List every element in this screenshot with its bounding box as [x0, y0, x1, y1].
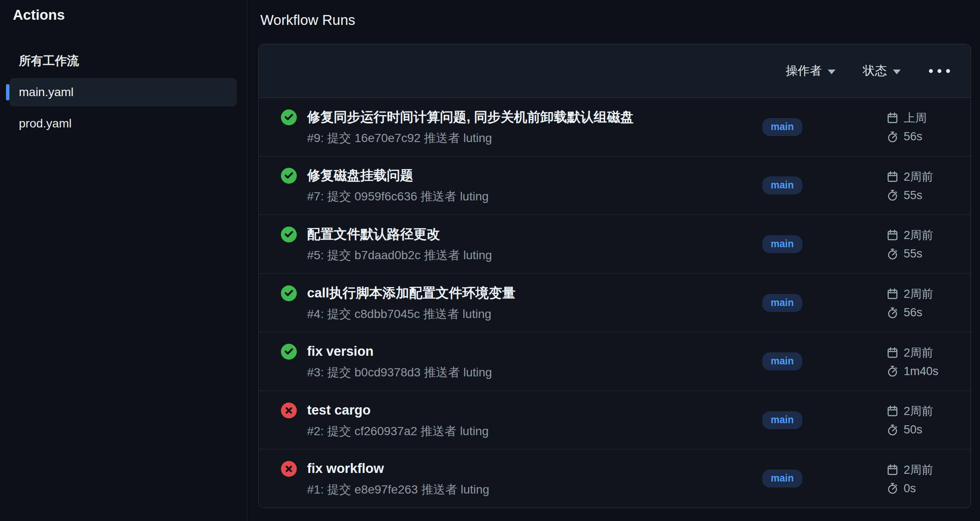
calendar-icon: [887, 288, 899, 300]
workflow-run-row[interactable]: fix workflow #1: 提交 e8e97fe263 推送者 lutin…: [259, 449, 971, 508]
run-date: 2周前: [904, 169, 933, 185]
page-title: Workflow Runs: [260, 12, 355, 28]
branch-badge[interactable]: main: [762, 176, 802, 194]
sidebar-item-prod-yaml[interactable]: prod.yaml: [9, 111, 237, 136]
run-title-link[interactable]: call执行脚本添加配置文件环境变量: [307, 285, 516, 302]
calendar-icon: [887, 112, 899, 124]
run-duration: 56s: [904, 130, 923, 143]
run-date: 2周前: [904, 462, 933, 478]
actor-filter-button[interactable]: 操作者: [786, 63, 835, 79]
branch-badge[interactable]: main: [762, 470, 802, 488]
stopwatch-icon: [887, 307, 899, 319]
run-date: 上周: [904, 110, 927, 126]
run-date: 2周前: [904, 345, 933, 360]
chevron-down-icon: [828, 70, 835, 74]
success-check-icon: [281, 285, 297, 301]
run-title-link[interactable]: 修复磁盘挂载问题: [307, 167, 488, 184]
selected-indicator-bar: [6, 84, 9, 100]
run-duration: 55s: [904, 247, 923, 260]
branch-badge[interactable]: main: [762, 352, 802, 370]
branch-badge[interactable]: main: [762, 411, 802, 429]
run-title-link[interactable]: fix workflow: [307, 460, 489, 477]
run-duration: 0s: [904, 482, 916, 495]
workflow-runs-panel: 操作者 状态: [258, 44, 971, 508]
failure-x-icon: [281, 461, 297, 477]
status-filter-button[interactable]: 状态: [863, 63, 901, 79]
sidebar-item-label: prod.yaml: [19, 117, 72, 130]
branch-badge[interactable]: main: [762, 118, 802, 136]
run-commit-meta: #4: 提交 c8dbb7045c 推送者 luting: [307, 307, 516, 321]
status-filter-label: 状态: [863, 63, 887, 79]
stopwatch-icon: [887, 189, 899, 201]
run-duration: 56s: [904, 306, 923, 319]
sidebar-item-all-workflows[interactable]: 所有工作流: [9, 48, 237, 74]
sidebar-item-main-yaml[interactable]: main.yaml: [9, 78, 237, 106]
calendar-icon: [887, 229, 899, 241]
workflow-run-row[interactable]: 配置文件默认路径更改 #5: 提交 b7daad0b2c 推送者 luting …: [259, 215, 971, 273]
sidebar-item-label: 所有工作流: [19, 53, 79, 69]
kebab-icon: [929, 69, 933, 73]
run-commit-meta: #9: 提交 16e70e7c92 推送者 luting: [307, 131, 633, 145]
workflow-run-row[interactable]: call执行脚本添加配置文件环境变量 #4: 提交 c8dbb7045c 推送者…: [259, 273, 971, 332]
actor-filter-label: 操作者: [786, 63, 822, 79]
run-date: 2周前: [904, 227, 933, 243]
sidebar-item-label: main.yaml: [19, 85, 74, 99]
calendar-icon: [887, 464, 899, 476]
workflow-run-row[interactable]: 修复同步运行时间计算问题, 同步关机前卸载默认组磁盘 #9: 提交 16e70e…: [259, 98, 971, 156]
success-check-icon: [281, 168, 297, 184]
workflow-runs-list: 修复同步运行时间计算问题, 同步关机前卸载默认组磁盘 #9: 提交 16e70e…: [259, 98, 971, 508]
run-duration: 55s: [904, 189, 923, 202]
workflow-run-row[interactable]: fix version #3: 提交 b0cd9378d3 推送者 luting…: [259, 332, 971, 391]
branch-badge[interactable]: main: [762, 294, 802, 312]
actions-sidebar: Actions 所有工作流 main.yaml prod.yaml: [0, 0, 247, 521]
run-title-link[interactable]: 配置文件默认路径更改: [307, 226, 492, 243]
stopwatch-icon: [887, 424, 899, 436]
failure-x-icon: [281, 403, 297, 418]
run-title-link[interactable]: fix version: [307, 343, 492, 360]
run-commit-meta: #5: 提交 b7daad0b2c 推送者 luting: [307, 248, 492, 263]
runs-filter-bar: 操作者 状态: [259, 44, 971, 98]
success-check-icon: [281, 227, 297, 242]
calendar-icon: [887, 347, 899, 359]
workflow-runs-section: Workflow Runs 操作者 状态: [248, 0, 980, 521]
chevron-down-icon: [893, 70, 901, 74]
run-duration: 50s: [904, 423, 923, 436]
run-commit-meta: #7: 提交 0959f6c636 推送者 luting: [307, 189, 488, 204]
run-date: 2周前: [904, 403, 933, 419]
branch-badge[interactable]: main: [762, 235, 802, 253]
stopwatch-icon: [887, 365, 899, 377]
stopwatch-icon: [887, 482, 899, 494]
run-title-link[interactable]: 修复同步运行时间计算问题, 同步关机前卸载默认组磁盘: [307, 109, 633, 126]
workflow-run-row[interactable]: 修复磁盘挂载问题 #7: 提交 0959f6c636 推送者 luting ma…: [259, 156, 971, 215]
run-duration: 1m40s: [904, 365, 938, 378]
calendar-icon: [887, 171, 899, 183]
run-commit-meta: #2: 提交 cf260937a2 推送者 luting: [307, 424, 488, 439]
run-title-link[interactable]: test cargo: [307, 402, 488, 419]
success-check-icon: [281, 109, 297, 125]
more-options-button[interactable]: [928, 67, 951, 76]
run-commit-meta: #3: 提交 b0cd9378d3 推送者 luting: [307, 365, 492, 380]
workflow-run-row[interactable]: test cargo #2: 提交 cf260937a2 推送者 luting …: [259, 391, 971, 449]
stopwatch-icon: [887, 131, 899, 143]
stopwatch-icon: [887, 248, 899, 260]
run-commit-meta: #1: 提交 e8e97fe263 推送者 luting: [307, 482, 489, 497]
sidebar-title: Actions: [13, 7, 65, 23]
success-check-icon: [281, 344, 297, 360]
run-date: 2周前: [904, 286, 933, 302]
calendar-icon: [887, 405, 899, 417]
